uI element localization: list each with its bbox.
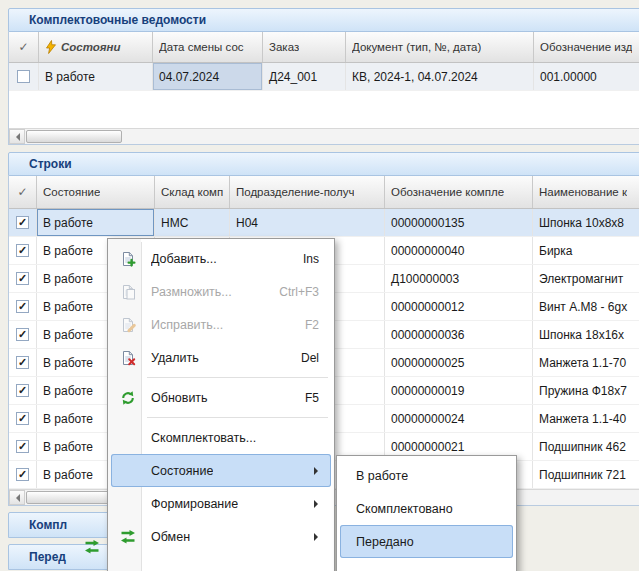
cell-check (9, 63, 39, 90)
column-header-label: Наименование к (539, 186, 627, 198)
pick-lists-hscrollbar[interactable] (9, 128, 639, 144)
cell-check (9, 237, 37, 264)
cell-state[interactable]: В работе (39, 63, 153, 90)
cell-name[interactable]: Манжета 1.1-70 (533, 349, 639, 376)
menu-item-shortcut: F2 (291, 318, 319, 332)
column-header-label: Дата смены сос (159, 41, 244, 53)
cell-order[interactable]: Д24_001 (263, 63, 346, 90)
exchange-icon (84, 539, 100, 559)
menu-item-label: В работе (356, 469, 408, 483)
menu-item-duplicate[interactable]: Размножить...Ctrl+F3 (111, 275, 331, 308)
cell-name[interactable]: Манжета 1.1-40 (533, 405, 639, 432)
row-checkbox[interactable] (16, 440, 29, 453)
pick-lists-grid: ✓СостояниДата смены сосЗаказДокумент (ти… (8, 32, 639, 145)
row-checkbox[interactable] (16, 412, 29, 425)
column-header-label: ✓ (18, 40, 28, 54)
row-checkbox[interactable] (17, 70, 30, 83)
cell-check (9, 293, 37, 320)
menu-item-formation[interactable]: Формирование (111, 487, 331, 520)
row-checkbox[interactable] (16, 244, 29, 257)
cell-name[interactable]: Подшипник 721 (533, 461, 639, 488)
row-checkbox[interactable] (16, 356, 29, 369)
submenu-arrow-icon (314, 467, 322, 475)
menu-item-label: Передано (356, 535, 414, 549)
menu-item-refresh[interactable]: ОбновитьF5 (111, 381, 331, 414)
menu-item-label: Обновить (151, 391, 208, 405)
row-checkbox[interactable] (16, 328, 29, 341)
cell-name[interactable]: Подшипник 462 (533, 433, 639, 460)
menu-item-state[interactable]: Состояние (111, 454, 331, 487)
menu-item-label: Добавить... (151, 252, 217, 266)
cell-check (9, 265, 37, 292)
column-header-prod[interactable]: Обозначение изд (534, 32, 639, 62)
column-header-doc[interactable]: Документ (тип, №, дата) (346, 32, 534, 62)
cell-code[interactable]: 00000000019 (385, 377, 533, 404)
cell-name[interactable]: Пружина Ф18х7 (533, 377, 639, 404)
cell-code[interactable]: 00000000025 (385, 349, 533, 376)
cell-name[interactable]: Бирка (533, 237, 639, 264)
row-checkbox[interactable] (16, 468, 29, 481)
cell-code[interactable]: 00000000040 (385, 237, 533, 264)
cell-check (9, 209, 37, 236)
column-header-code[interactable]: Обозначение компле (385, 176, 533, 208)
cell-code[interactable]: 00000000135 (385, 209, 533, 236)
menu-item-shortcut: Del (287, 351, 319, 365)
lines-grid-header: ✓СостояниеСклад комп.Подразделение-получ… (9, 176, 639, 209)
submenu-item-transferred[interactable]: Передано (340, 525, 513, 558)
column-header-label: Подразделение-получ (236, 186, 354, 198)
menu-item-label: Исправить... (151, 318, 223, 332)
cell-check (9, 461, 37, 488)
cell-name[interactable]: Винт А.М8 - 6gх (533, 293, 639, 320)
cell-wh[interactable]: НМС (155, 209, 230, 236)
scroll-left-button[interactable] (9, 490, 25, 505)
pick-lists-panel-header[interactable]: Комплектовочные ведомости (8, 8, 639, 32)
column-header-name[interactable]: Наименование к (533, 176, 639, 208)
column-header-check[interactable]: ✓ (9, 176, 37, 208)
left-arrow-icon (12, 133, 20, 141)
row-checkbox[interactable] (16, 272, 29, 285)
table-row[interactable]: В работе04.07.2024Д24_001КВ, 2024-1, 04.… (9, 63, 639, 91)
row-checkbox[interactable] (16, 216, 29, 229)
cell-date[interactable]: 04.07.2024 (153, 63, 263, 90)
cell-code[interactable]: 00000000036 (385, 321, 533, 348)
row-checkbox[interactable] (16, 300, 29, 313)
cell-code[interactable]: 00000000012 (385, 293, 533, 320)
menu-item-label: Формирование (151, 497, 238, 511)
lines-panel-header[interactable]: Строки (8, 152, 639, 176)
cell-state[interactable]: В работе (37, 209, 155, 236)
column-header-order[interactable]: Заказ (263, 32, 346, 62)
menu-item-add[interactable]: Добавить...Ins (111, 242, 331, 275)
column-header-wh[interactable]: Склад комп. (155, 176, 230, 208)
add-document-icon (119, 250, 137, 268)
pick-lists-grid-body[interactable]: В работе04.07.2024Д24_001КВ, 2024-1, 04.… (9, 63, 639, 128)
cell-code[interactable]: 00000000024 (385, 405, 533, 432)
state-submenu: В работеСкомплектованоПередано (336, 455, 517, 571)
menu-item-edit[interactable]: Исправить...F2 (111, 308, 331, 341)
column-header-state[interactable]: Состояние (37, 176, 155, 208)
menu-item-assemble[interactable]: Скомплектовать... (111, 421, 331, 454)
row-checkbox[interactable] (16, 384, 29, 397)
column-header-label: Обозначение компле (391, 186, 504, 198)
submenu-item-assembled[interactable]: Скомплектовано (340, 492, 513, 525)
column-header-dept[interactable]: Подразделение-получ (230, 176, 385, 208)
scroll-left-button[interactable] (9, 129, 25, 144)
scroll-thumb[interactable] (26, 130, 122, 143)
scroll-track[interactable] (25, 129, 639, 144)
menu-item-exchange[interactable]: Обмен (111, 520, 331, 553)
panel-pick-lists: Комплектовочные ведомости ✓СостояниДата … (8, 8, 639, 145)
cell-prod[interactable]: 001.00000 (534, 63, 639, 90)
column-header-state[interactable]: Состояни (39, 32, 153, 62)
cell-dept[interactable]: Н04 (230, 209, 385, 236)
submenu-item-in-progress[interactable]: В работе (340, 459, 513, 492)
cell-name[interactable]: Электромагнит (533, 265, 639, 292)
refresh-icon (119, 389, 137, 407)
column-header-date[interactable]: Дата смены сос (153, 32, 263, 62)
cell-name[interactable]: Шпонка 10х8х8 (533, 209, 639, 236)
cell-doc[interactable]: КВ, 2024-1, 04.07.2024 (346, 63, 534, 90)
column-header-label: Склад комп. (161, 186, 223, 198)
column-header-check[interactable]: ✓ (9, 32, 39, 62)
cell-name[interactable]: Шпонка 18х16х (533, 321, 639, 348)
cell-code[interactable]: Д100000003 (385, 265, 533, 292)
table-row[interactable]: В работеНМСН0400000000135Шпонка 10х8х8 (9, 209, 639, 237)
menu-item-delete[interactable]: УдалитьDel (111, 341, 331, 374)
